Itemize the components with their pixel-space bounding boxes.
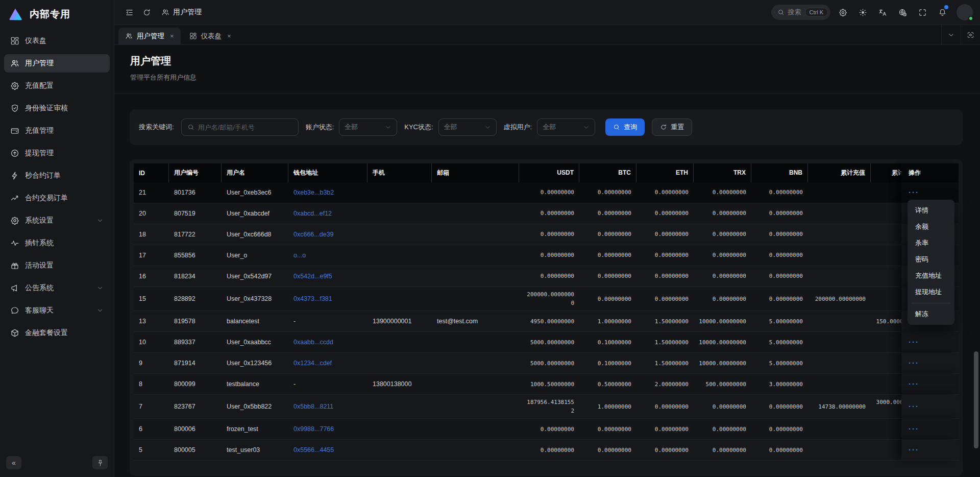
close-icon[interactable]: × xyxy=(227,32,231,40)
sidebar-item-shield[interactable]: 身份验证审核 xyxy=(4,99,110,117)
reset-button[interactable]: 重置 xyxy=(652,118,692,136)
cell-eth: 0.00000000 xyxy=(636,224,694,245)
cell-bnb: 0.00000000 xyxy=(751,245,808,266)
table-row[interactable]: 5800005test_user030x5566...44550.0000000… xyxy=(134,440,959,461)
table-row[interactable]: 20807519User_0xabcdef0xabcd...ef120.0000… xyxy=(134,203,959,224)
scrollbar-thumb[interactable] xyxy=(974,351,978,448)
close-icon[interactable]: × xyxy=(170,32,174,40)
sidebar-item-chat[interactable]: 客服聊天 xyxy=(4,301,110,320)
context-menu-item[interactable]: 详情 xyxy=(910,202,952,219)
query-button[interactable]: 查询 xyxy=(605,118,645,136)
row-actions-button[interactable]: ··· xyxy=(909,426,919,432)
tab-users[interactable]: 用户管理× xyxy=(118,28,181,44)
keyword-input-wrap xyxy=(181,118,299,136)
cell-total_deposit xyxy=(808,332,871,352)
chevron-down-icon xyxy=(583,124,590,131)
context-menu-item[interactable]: 解冻 xyxy=(910,306,952,322)
row-actions-button[interactable]: ··· xyxy=(909,361,919,366)
gear-icon xyxy=(10,216,19,225)
wallet-address-link[interactable]: 0x9988...7766 xyxy=(293,425,334,433)
wallet-address-link[interactable]: 0x4373...f381 xyxy=(293,295,332,302)
table-row[interactable]: 10889337User_0xaabbcc0xaabb...ccdd5000.0… xyxy=(134,332,959,353)
cell-wallet: 0xc666...de39 xyxy=(288,224,368,245)
table-row[interactable]: 18817722User_0xc666d80xc666...de390.0000… xyxy=(134,224,959,245)
avatar[interactable] xyxy=(957,4,973,20)
sidebar-item-gear[interactable]: 充值配置 xyxy=(4,77,110,95)
sidebar-item-gift[interactable]: 活动设置 xyxy=(4,256,110,275)
sun-button[interactable] xyxy=(855,5,870,20)
cell-username: User_o xyxy=(222,245,288,266)
filter-select-1[interactable]: 全部 xyxy=(438,118,497,136)
context-menu-item[interactable]: 充值地址 xyxy=(910,268,952,284)
table-row[interactable]: 6800006frozen_test0x9988...77660.0000000… xyxy=(134,419,959,440)
filter-select-0[interactable]: 全部 xyxy=(339,118,397,136)
keyword-input[interactable] xyxy=(198,124,292,131)
sidebar-item-package[interactable]: 金融套餐设置 xyxy=(4,324,110,342)
table-row[interactable]: 21801736User_0xeb3ec60xeb3e...b3b20.0000… xyxy=(134,182,959,203)
cell-user_no: 828892 xyxy=(169,287,222,311)
cell-eth: 0.00000000 xyxy=(636,245,694,266)
collapse-menu-button[interactable] xyxy=(121,5,137,20)
context-menu-item[interactable]: 密码 xyxy=(910,251,952,268)
wallet-address-link[interactable]: 0x5566...4455 xyxy=(293,446,334,454)
table-row[interactable]: 13819578balancetest-13900000001test@test… xyxy=(134,311,959,332)
users-table: ID用户编号用户名钱包地址手机邮箱USDTBTCETHTRXBNB累计充值累计提… xyxy=(134,163,959,461)
wallet-address-link[interactable]: 0xeb3e...b3b2 xyxy=(293,189,334,196)
gear-button[interactable] xyxy=(835,5,850,20)
wallet-address-link[interactable]: 0x1234...cdef xyxy=(293,360,332,367)
pin-icon xyxy=(96,459,104,467)
cell-total_deposit xyxy=(808,374,871,394)
table-row[interactable]: 7823767User_0x5bb8220x5bb8...8211187956.… xyxy=(134,395,959,419)
sidebar-item-arrow-up-circle[interactable]: 提现管理 xyxy=(4,144,110,162)
sidebar-item-activity[interactable]: 插针系统 xyxy=(4,234,110,252)
wallet-address-link[interactable]: o...o xyxy=(293,252,306,259)
row-actions-button[interactable]: ··· xyxy=(909,190,919,195)
row-actions-button[interactable]: ··· xyxy=(909,404,919,409)
sidebar-item-users[interactable]: 用户管理 xyxy=(4,54,110,73)
context-menu-item[interactable]: 提现地址 xyxy=(910,284,952,300)
tab-list-dropdown-button[interactable] xyxy=(941,25,961,44)
cell-total_deposit xyxy=(808,224,871,245)
row-actions-button[interactable]: ··· xyxy=(909,340,919,345)
cell-id: 16 xyxy=(134,266,169,287)
cell-btc: 0.00000000 xyxy=(579,203,636,224)
sidebar-item-lightning[interactable]: 秒合约订单 xyxy=(4,166,110,185)
wallet-address-link[interactable]: 0xabcd...ef12 xyxy=(293,210,332,217)
cell-username: User_0xeb3ec6 xyxy=(222,182,288,203)
table-row[interactable]: 17855856User_oo...o0.000000000.000000000… xyxy=(134,245,959,266)
row-actions-button[interactable]: ··· xyxy=(909,447,919,452)
refresh-button[interactable] xyxy=(139,5,154,20)
globe-clock-button[interactable] xyxy=(895,5,910,20)
sidebar-item-megaphone[interactable]: 公告系统 xyxy=(4,279,110,297)
cell-trx: 10000.00000000 xyxy=(694,332,751,352)
sidebar-item-wallet[interactable]: 充值管理 xyxy=(4,122,110,140)
wallet-address-link[interactable]: 0x542d...e9f5 xyxy=(293,273,332,280)
table-row[interactable]: 16818234User_0x542d970x542d...e9f50.0000… xyxy=(134,266,959,287)
wallet-address-link[interactable]: 0xc666...de39 xyxy=(293,231,334,238)
cell-total_deposit xyxy=(808,353,871,373)
fullscreen-button[interactable] xyxy=(915,5,930,20)
sidebar-item-grid[interactable]: 仪表盘 xyxy=(4,32,110,50)
table-row[interactable]: 15828892User_0x4373280x4373...f381200000… xyxy=(134,287,959,311)
maximize-content-button[interactable] xyxy=(961,25,980,44)
tab-label: 用户管理 xyxy=(137,32,164,41)
page-scrollbar[interactable] xyxy=(973,90,980,477)
filter-select-2[interactable]: 全部 xyxy=(537,118,595,136)
translate-button[interactable] xyxy=(875,5,890,20)
row-actions-button[interactable]: ··· xyxy=(909,381,919,387)
wallet-address-link[interactable]: 0xaabb...ccdd xyxy=(293,339,333,346)
notifications-button[interactable] xyxy=(935,5,950,20)
context-menu-item[interactable]: 杀率 xyxy=(910,235,952,251)
context-menu-item[interactable]: 余额 xyxy=(910,219,952,235)
tab-grid[interactable]: 仪表盘× xyxy=(183,28,238,44)
wallet-address-link[interactable]: 0x5bb8...8211 xyxy=(293,403,333,410)
sidebar-item-gear[interactable]: 系统设置 xyxy=(4,211,110,230)
cell-btc: 0.10000000 xyxy=(579,353,636,373)
collapse-sidebar-button[interactable]: « xyxy=(6,456,21,469)
pin-sidebar-button[interactable] xyxy=(92,456,108,469)
global-search[interactable]: 搜索 Ctrl K xyxy=(771,5,831,20)
cell-user_no: 800099 xyxy=(169,374,222,394)
sidebar-item-trend[interactable]: 合约交易订单 xyxy=(4,189,110,207)
table-row[interactable]: 8800099testbalance-138001380001000.50000… xyxy=(134,374,959,395)
table-row[interactable]: 9871914User_0x1234560x1234...cdef5000.00… xyxy=(134,353,959,374)
